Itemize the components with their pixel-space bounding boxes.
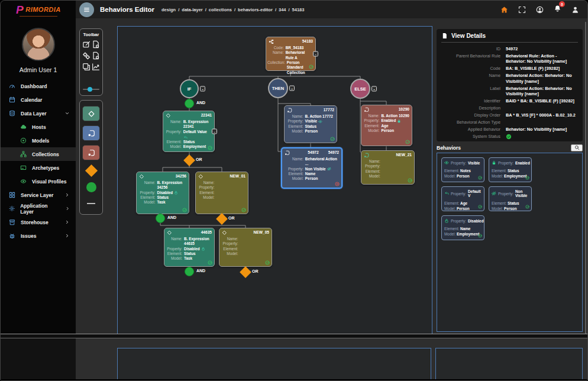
or-connector[interactable] [216, 213, 228, 225]
sidebar-item-visual-profiles[interactable]: Visual Profiles [1, 175, 76, 188]
node-id: 54972 [328, 150, 339, 154]
sidebar-item-data-layer[interactable]: Data Layer [1, 106, 76, 120]
breadcrumb-item[interactable]: data-layer [182, 7, 202, 12]
breadcrumb-item[interactable]: collections [209, 7, 232, 12]
breadcrumb-item[interactable]: behaviors-editor [238, 7, 273, 12]
node-NEW_05[interactable]: NEW_05Name:Property:Element:Model: [219, 228, 272, 267]
node-NEW_21[interactable]: NEW_21Name:Property:Element:Model: [361, 150, 415, 185]
and-connector[interactable] [185, 99, 194, 108]
collapse-button[interactable]: - [212, 129, 217, 134]
behavior-card[interactable]: Property: EnabledElement: StatusModel: E… [489, 157, 532, 182]
palette-or-connector[interactable] [85, 164, 97, 177]
zoom-slider-knob[interactable] [88, 87, 92, 92]
node-54183[interactable]: 54183Code:BR_54183Name:Behavioral Rule A… [266, 37, 316, 71]
palette-action-alt[interactable] [82, 145, 100, 160]
zoom-slider[interactable] [83, 86, 99, 92]
sidebar-item-label: Data Layer [21, 111, 46, 117]
graph-canvas[interactable]: 54183Code:BR_54183Name:Behavioral Rule A… [117, 26, 432, 335]
sidebar-item-calendar[interactable]: Calendar [1, 93, 76, 106]
breadcrumb-item[interactable]: 54183 [292, 7, 305, 12]
node-22341[interactable]: 22341Name:B. Expression 22341Property:De… [163, 111, 215, 152]
page2-canvas-frame [117, 348, 431, 379]
palette-and-connector[interactable] [86, 182, 96, 192]
breadcrumb-separator: / [205, 7, 206, 12]
scrollbar-track[interactable] [585, 22, 586, 377]
node-34256[interactable]: 34256Name:B. Expression 34256Property:Di… [136, 172, 189, 214]
breadcrumb-separator: / [234, 7, 235, 12]
behavior-card[interactable]: Property: Non VisibleElement: StatusMode… [489, 186, 532, 211]
sidebar-item-archetypes[interactable]: Archetypes [1, 161, 76, 175]
home-icon[interactable] [500, 6, 508, 14]
brand-logo[interactable]: P RIMORDIA [1, 1, 76, 20]
sidebar-item-hosts[interactable]: Hosts [1, 120, 76, 134]
details-value: 54972 [506, 46, 578, 51]
sidebar-item-label: Archetypes [32, 165, 59, 171]
dashboard-icon [9, 83, 15, 89]
sidebar-item-models[interactable]: Models [1, 134, 76, 147]
copy-tool-button[interactable] [82, 63, 91, 71]
behavior-card[interactable]: Property: Default VElement: AgeModel: Pe… [441, 186, 484, 211]
sidebar-item-collections[interactable]: Collections [1, 147, 76, 161]
details-rows: ID54972Parent Behavioral RuleBehavioral … [441, 46, 578, 141]
account-icon[interactable] [536, 6, 544, 14]
app-window: P RIMORDIA Admin User 1 DashboardCalenda… [0, 0, 588, 381]
behavior-card[interactable]: Property: VisibleElement: NotesModel: Pe… [441, 157, 484, 182]
diamond-icon [139, 174, 144, 179]
eye-icon [20, 178, 27, 185]
details-value: Behavioral Rule: Action - Behavior: No V… [506, 53, 578, 64]
sidebar-item-service-layer[interactable]: Service Layer [1, 188, 76, 202]
sidebar: P RIMORDIA Admin User 1 DashboardCalenda… [1, 1, 76, 334]
collapse-button[interactable]: - [200, 86, 205, 92]
node-54972[interactable]: 5497254972Name:Behavioral Action ...Prop… [281, 147, 343, 189]
sidebar-item-issues[interactable]: Issues [1, 229, 76, 243]
fullscreen-icon[interactable] [518, 6, 526, 14]
node-44635[interactable]: 44635Name:B. Expression 44635Property:Di… [164, 228, 215, 267]
or-connector[interactable] [240, 266, 251, 278]
node-id: 34256 [176, 174, 186, 178]
sidebar-item-application-layer[interactable]: Application Layer [1, 202, 76, 215]
eye-off-icon [327, 167, 331, 171]
menu-button[interactable] [79, 2, 94, 17]
details-label: Parent Behavioral Rule [441, 53, 500, 64]
collapse-button[interactable]: - [313, 51, 318, 57]
and-connector[interactable] [156, 214, 165, 223]
behaviors-search-button[interactable] [571, 144, 583, 151]
gears-tool-button[interactable] [82, 51, 91, 60]
page-settings-tool-button[interactable] [92, 40, 100, 49]
check-status-icon [182, 208, 187, 212]
edit-tool-button[interactable] [82, 40, 91, 49]
node-else[interactable]: ELSE- [350, 79, 370, 99]
breadcrumb-item[interactable]: 344 [279, 7, 286, 12]
node-10290[interactable]: 10290Name:B. Action 10290Property:Enable… [361, 105, 412, 146]
user-name: Admin User 1 [20, 66, 57, 73]
and-connector[interactable] [185, 267, 194, 276]
sidebar-item-dashboard[interactable]: Dashboard [1, 79, 76, 93]
archetype-icon [20, 164, 27, 171]
chart-tool-button[interactable] [92, 63, 100, 71]
collapse-button[interactable]: - [289, 86, 295, 91]
node-NEW_01[interactable]: NEW_01Name:Property:Element:Model: [195, 172, 248, 214]
behavior-card[interactable]: Property: DisabledElement: NameModel: Em… [441, 215, 484, 240]
page-gear-tool-button[interactable] [92, 51, 100, 60]
or-connector[interactable] [183, 154, 195, 166]
diamond-icon [222, 230, 227, 235]
avatar[interactable] [22, 28, 55, 61]
node-if[interactable]: IF- [180, 79, 199, 98]
check-status-icon [309, 64, 314, 69]
sidebar-item-label: Collections [32, 151, 59, 157]
profile-icon[interactable] [571, 6, 579, 14]
details-label: Code [441, 66, 500, 71]
sidebar-item-label: Dashboard [21, 83, 47, 89]
palette-action[interactable] [82, 125, 100, 141]
collapse-button[interactable]: - [371, 86, 377, 92]
node-then[interactable]: THEN- [268, 78, 288, 98]
breadcrumb-item[interactable]: design [161, 7, 176, 12]
error-status-icon [335, 182, 340, 186]
sidebar-item-storehouse[interactable]: Storehouse [1, 215, 76, 229]
palette-expression[interactable] [82, 106, 100, 121]
notifications-button[interactable]: 0 [554, 4, 561, 15]
node-17772[interactable]: 17772Name:B. Action 17772Property:Visibl… [284, 105, 337, 143]
details-row: LabelBehavioral Action: Behavior: No Vis… [441, 86, 578, 97]
check-status-icon [208, 260, 212, 265]
gear-icon [9, 205, 15, 212]
